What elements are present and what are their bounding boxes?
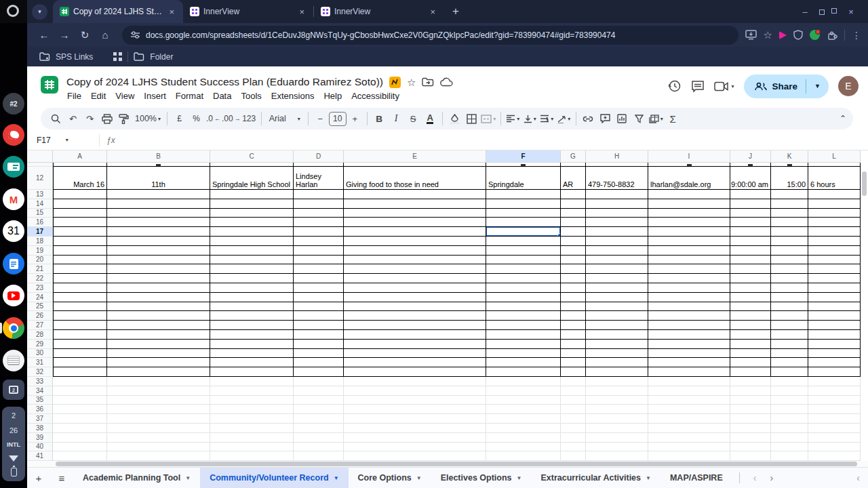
cell-G37[interactable] (561, 414, 586, 424)
cell-J13[interactable] (730, 190, 771, 199)
shield-extension-icon[interactable] (793, 30, 803, 40)
cell-K17[interactable] (771, 227, 808, 237)
cell-C37[interactable] (210, 414, 294, 424)
prev-sheets-icon[interactable]: ‹ (747, 472, 764, 483)
functions-button[interactable]: Σ (665, 110, 682, 127)
cell-B25[interactable] (107, 302, 210, 312)
tab-close-icon[interactable]: × (167, 7, 176, 17)
merge-cells-button[interactable]: ▾ (480, 110, 497, 127)
cell-I13[interactable] (648, 190, 730, 199)
cell-A37[interactable] (53, 414, 107, 424)
cell-D38[interactable] (294, 424, 344, 433)
cell-K39[interactable] (771, 433, 808, 443)
cell-K29[interactable] (771, 340, 808, 349)
cell-C12[interactable]: Springdale High School (210, 167, 294, 190)
cell-J35[interactable] (730, 396, 771, 405)
cell-L21[interactable] (808, 264, 861, 274)
browser-tab-innerview-2[interactable]: InnerView× (314, 0, 444, 23)
menu-extensions[interactable]: Extensions (267, 89, 319, 103)
cell-K15[interactable] (771, 209, 808, 218)
cell-C20[interactable] (210, 256, 294, 265)
minimize-button[interactable]: – (796, 7, 814, 17)
menu-file[interactable]: File (62, 89, 86, 103)
row-header-17[interactable]: 17 (27, 227, 53, 237)
cell-D19[interactable] (294, 246, 344, 256)
share-caret-icon[interactable]: ▼ (806, 83, 829, 89)
toolbar-search-icon[interactable] (47, 110, 64, 127)
cell-I32[interactable] (648, 367, 730, 377)
italic-button[interactable]: I (388, 110, 405, 127)
cell-D36[interactable] (294, 405, 344, 414)
vertical-align-button[interactable]: ▾ (521, 110, 538, 127)
cell-G30[interactable] (561, 349, 586, 359)
sheet-tab-map-aspire[interactable]: MAP/ASPIRE (660, 468, 732, 488)
cell-I27[interactable] (648, 321, 730, 330)
cell-A33[interactable] (53, 377, 107, 386)
menu-view[interactable]: View (111, 89, 139, 103)
row-header-32[interactable]: 32 (27, 367, 53, 377)
cell-J36[interactable] (730, 405, 771, 414)
print-icon[interactable] (98, 110, 115, 127)
cell-C36[interactable] (210, 405, 294, 414)
cell-E25[interactable] (344, 302, 486, 312)
cell-E28[interactable] (344, 330, 486, 340)
cell-J17[interactable] (730, 227, 771, 237)
cell-F20[interactable] (486, 256, 561, 265)
cell-B35[interactable] (107, 396, 210, 405)
cell-D41[interactable] (294, 451, 344, 461)
cell-E14[interactable] (344, 199, 486, 209)
cell-A25[interactable] (53, 302, 107, 312)
cell-B22[interactable] (107, 274, 210, 283)
cell-L32[interactable] (808, 367, 861, 377)
cell-K26[interactable] (771, 311, 808, 321)
cell-G19[interactable] (561, 246, 586, 256)
decrease-decimal-button[interactable]: .0← (205, 110, 222, 127)
cell-D25[interactable] (294, 302, 344, 312)
cell-I37[interactable] (648, 414, 730, 424)
cell-L28[interactable] (808, 330, 861, 340)
cell-E32[interactable] (344, 367, 486, 377)
selected-cell-F17[interactable] (486, 227, 561, 237)
cell-K21[interactable] (771, 264, 808, 274)
sheet-tab-caret-icon[interactable]: ▼ (416, 475, 422, 481)
all-sheets-button[interactable]: ≡ (50, 472, 73, 484)
cell-B13[interactable] (107, 190, 210, 199)
cell-I25[interactable] (648, 302, 730, 312)
cell-D26[interactable] (294, 311, 344, 321)
menu-insert[interactable]: Insert (139, 89, 171, 103)
cell-F18[interactable] (486, 237, 561, 246)
row-header-22[interactable]: 22 (27, 274, 53, 283)
cell-L26[interactable] (808, 311, 861, 321)
menu-tools[interactable]: Tools (236, 89, 266, 103)
cell-H40[interactable] (586, 443, 648, 452)
cell-A36[interactable] (53, 405, 107, 414)
cell-J22[interactable] (730, 274, 771, 283)
cell-I22[interactable] (648, 274, 730, 283)
cell-B18[interactable] (107, 237, 210, 246)
cell-B17[interactable] (107, 227, 210, 237)
notes-app-icon[interactable] (3, 350, 24, 371)
sheet-tab-caret-icon[interactable]: ▼ (185, 475, 191, 481)
cell-E41[interactable] (344, 451, 486, 461)
cell-J37[interactable] (730, 414, 771, 424)
font-select[interactable]: Arial▾ (265, 110, 304, 127)
cell-C32[interactable] (210, 367, 294, 377)
youtube-icon[interactable] (3, 285, 24, 306)
row-header-28[interactable]: 28 (27, 330, 53, 340)
redo-icon[interactable]: ↷ (81, 110, 98, 127)
sheet-tab-core-options[interactable]: Core Options▼ (349, 468, 431, 488)
cell-I41[interactable] (648, 451, 730, 461)
cell-A23[interactable] (53, 283, 107, 293)
launcher-icon[interactable] (0, 0, 27, 23)
row-header-24[interactable]: 24 (27, 293, 53, 302)
cell-B28[interactable] (107, 330, 210, 340)
cell-C19[interactable] (210, 246, 294, 256)
cell-L27[interactable] (808, 321, 861, 330)
cell-K25[interactable] (771, 302, 808, 312)
cell-E16[interactable] (344, 218, 486, 227)
column-header-C[interactable]: C (210, 150, 294, 163)
cell-F25[interactable] (486, 302, 561, 312)
cell-G36[interactable] (561, 405, 586, 414)
share-button[interactable]: Share ▼ (744, 75, 829, 98)
cell-I24[interactable] (648, 293, 730, 302)
